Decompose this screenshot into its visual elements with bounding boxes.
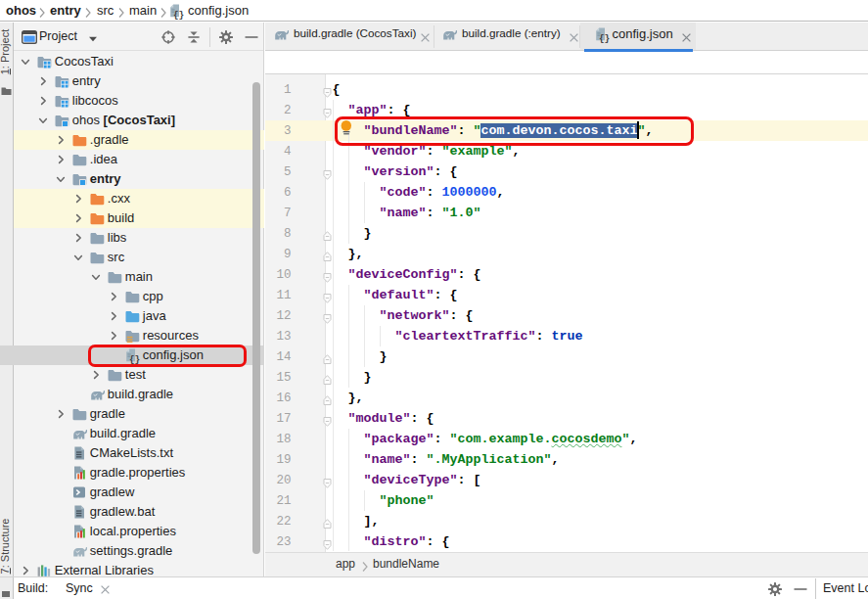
svg-text:{}: {} <box>598 33 609 44</box>
svg-text:{}: {} <box>173 10 184 21</box>
